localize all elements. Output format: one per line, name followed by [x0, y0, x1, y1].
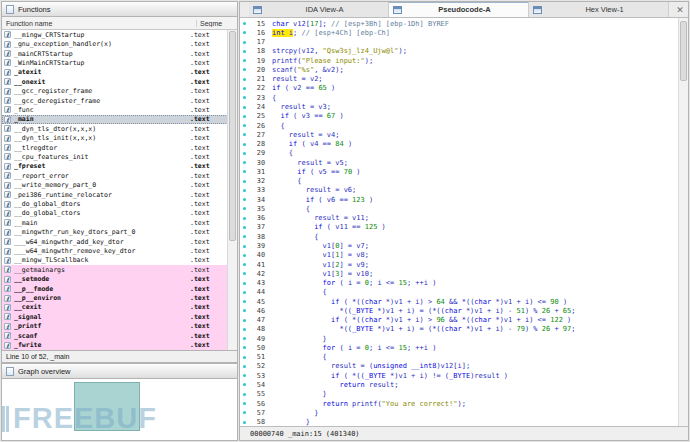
function-row[interactable]: f__cexit.text [2, 303, 228, 312]
function-row[interactable]: f__gcc_register_frame.text [2, 86, 228, 95]
pseudocode-scrollbar[interactable] [678, 18, 688, 426]
code-line[interactable]: 50 for ( i = 0; i <= 15; ++i ) [240, 343, 679, 352]
line-marker-dot [240, 402, 249, 405]
function-row[interactable]: f___w64_mingwthr_add_key_dtor.text [2, 237, 228, 246]
close-tab-button[interactable]: ✕ [672, 2, 688, 17]
function-row[interactable]: f__do_global_ctors.text [2, 209, 228, 218]
pseudocode-scrollbar-thumb[interactable] [680, 21, 687, 81]
code-line[interactable]: 48 *((_BYTE *)v1 + i) = (*((char *)v1 + … [240, 325, 679, 334]
function-name: _pei386_runtime_relocator [14, 191, 190, 199]
graph-overview-titlebar[interactable]: Graph overview [1, 363, 238, 379]
function-row[interactable]: f__mingwthr_run_key_dtors_part_0.text [2, 228, 228, 237]
function-row[interactable]: f_WinMainCRTStartup.text [2, 58, 228, 67]
function-row[interactable]: f__gcc_deregister_frame.text [2, 96, 228, 105]
code-line[interactable]: 27 result = v4; [240, 130, 679, 139]
function-row[interactable]: f__p__fmode.text [2, 284, 228, 293]
function-name: __report_error [14, 172, 190, 180]
code-line[interactable]: 17 [240, 38, 679, 47]
function-row[interactable]: f__dyn_tls_init(x,x,x).text [2, 133, 228, 142]
function-row[interactable]: f_func.text [2, 105, 228, 114]
functions-scrollbar[interactable] [227, 30, 237, 350]
code-line[interactable]: 33 result = v6; [240, 186, 679, 195]
tab-ida-view-a[interactable]: IDA View-A [249, 2, 389, 17]
code-line[interactable]: 43 for ( i = 0; i <= 15; ++i ) [240, 278, 679, 287]
function-row[interactable]: f__tlregdtor.text [2, 143, 228, 152]
function-row[interactable]: f__p__environ.text [2, 293, 228, 302]
function-row[interactable]: f_fpreset.text [2, 162, 228, 171]
tab-hex-view-1[interactable]: Hex View-1 [529, 2, 669, 17]
function-row[interactable]: f__cpu_features_init.text [2, 152, 228, 161]
function-row[interactable]: f_pei386_runtime_relocator.text [2, 190, 228, 199]
graph-overview-canvas[interactable] [1, 379, 238, 441]
code-line[interactable]: 30 result = v5; [240, 158, 679, 167]
function-row[interactable]: f__getmainargs.text [2, 265, 228, 274]
function-row[interactable]: f_mainCRTStartup.text [2, 49, 228, 58]
code-line[interactable]: 45 if ( *((char *)v1 + i) > 64 && *((cha… [240, 297, 679, 306]
function-row[interactable]: f__onexit.text [2, 77, 228, 86]
code-line[interactable]: 34 if ( v6 == 123 ) [240, 195, 679, 204]
function-row[interactable]: f__setmode.text [2, 275, 228, 284]
code-text: if ( *((_BYTE *)v1 + i) != (_BYTE)result… [272, 372, 508, 380]
code-line[interactable]: 31 if ( v5 == 70 ) [240, 167, 679, 176]
code-line[interactable]: 55 } [240, 390, 679, 399]
code-line[interactable]: 46 *((_BYTE *)v1 + i) = (*((char *)v1 + … [240, 306, 679, 315]
function-row[interactable]: f__dyn_tls_dtor(x,x,x).text [2, 124, 228, 133]
code-line[interactable]: 41 v1[2] = v9; [240, 260, 679, 269]
code-line[interactable]: 58 } [240, 417, 679, 426]
code-line[interactable]: 57 } [240, 408, 679, 417]
code-line[interactable]: 52 result = (unsigned __int8)v12[i]; [240, 362, 679, 371]
code-line[interactable]: 38 { [240, 232, 679, 241]
code-line[interactable]: 29 { [240, 149, 679, 158]
function-row[interactable]: f_main.text [2, 115, 228, 124]
function-row[interactable]: f_gnu_exception_handler(x).text [2, 39, 228, 48]
function-row[interactable]: f__do_global_dtors.text [2, 199, 228, 208]
code-line[interactable]: 16int i; // [esp+4Ch] [ebp-Ch] [240, 28, 679, 37]
code-line[interactable]: 54 return result; [240, 380, 679, 389]
code-line[interactable]: 24 result = v3; [240, 102, 679, 111]
code-line[interactable]: 15char v12[17]; // [esp+3Bh] [ebp-1Dh] B… [240, 19, 679, 28]
function-row[interactable]: f__report_error.text [2, 171, 228, 180]
function-row[interactable]: f_printf.text [2, 322, 228, 331]
code-line[interactable]: 20scanf("%s", &v2); [240, 65, 679, 74]
code-line[interactable]: 25 if ( v3 == 67 ) [240, 112, 679, 121]
function-row[interactable]: f__main.text [2, 218, 228, 227]
code-line[interactable]: 47 if ( *((char *)v1 + i) > 96 && *((cha… [240, 316, 679, 325]
code-line[interactable]: 21result = v2; [240, 75, 679, 84]
functions-scrollbar-thumb[interactable] [229, 31, 236, 241]
function-row[interactable]: f__mingw_CRTStartup.text [2, 30, 228, 39]
code-line[interactable]: 42 v1[3] = v10; [240, 269, 679, 278]
function-segment: .text [190, 68, 228, 76]
function-row[interactable]: f__write_memory_part_0.text [2, 181, 228, 190]
column-function-name[interactable]: Function name [2, 20, 197, 27]
function-row[interactable]: f_scanf.text [2, 331, 228, 340]
code-line[interactable]: 26 { [240, 121, 679, 130]
functions-panel-titlebar[interactable]: Functions [1, 1, 238, 17]
code-line[interactable]: 39 v1[0] = v7; [240, 241, 679, 250]
column-segment[interactable]: Segme [197, 20, 237, 27]
function-row[interactable]: f__mingw_TLScallback.text [2, 256, 228, 265]
code-line[interactable]: 49 } [240, 334, 679, 343]
code-line[interactable]: 18strcpy(v12, "Qsw3sj_lz4_Ujw@l"); [240, 47, 679, 56]
code-line[interactable]: 23{ [240, 93, 679, 102]
code-line[interactable]: 40 v1[1] = v8; [240, 251, 679, 260]
function-row[interactable]: f_fwrite.text [2, 340, 228, 349]
pseudocode-view[interactable]: 15char v12[17]; // [esp+3Bh] [ebp-1Dh] B… [240, 18, 688, 426]
tab-pseudocode-a[interactable]: Pseudocode-A [389, 2, 529, 17]
code-line[interactable]: 28 if ( v4 == 84 ) [240, 139, 679, 148]
code-line[interactable]: 53 if ( *((_BYTE *)v1 + i) != (_BYTE)res… [240, 371, 679, 380]
function-row[interactable]: f___w64_mingwthr_remove_key_dtor.text [2, 246, 228, 255]
code-line[interactable]: 44 { [240, 288, 679, 297]
function-row[interactable]: f_atexit.text [2, 68, 228, 77]
functions-column-header[interactable]: Function name Segme [1, 17, 238, 30]
function-row[interactable]: f_signal.text [2, 312, 228, 321]
line-number: 45 [249, 298, 265, 306]
code-line[interactable]: 56 return printf("You are correct!"); [240, 399, 679, 408]
code-line[interactable]: 35 { [240, 204, 679, 213]
code-line[interactable]: 19printf("Please input:"); [240, 56, 679, 65]
code-line[interactable]: 22if ( v2 == 65 ) [240, 84, 679, 93]
code-line[interactable]: 51 { [240, 353, 679, 362]
code-line[interactable]: 37 if ( v11 == 125 ) [240, 223, 679, 232]
graph-overview-block[interactable] [74, 382, 140, 431]
code-line[interactable]: 32 { [240, 177, 679, 186]
code-line[interactable]: 36 result = v11; [240, 214, 679, 223]
